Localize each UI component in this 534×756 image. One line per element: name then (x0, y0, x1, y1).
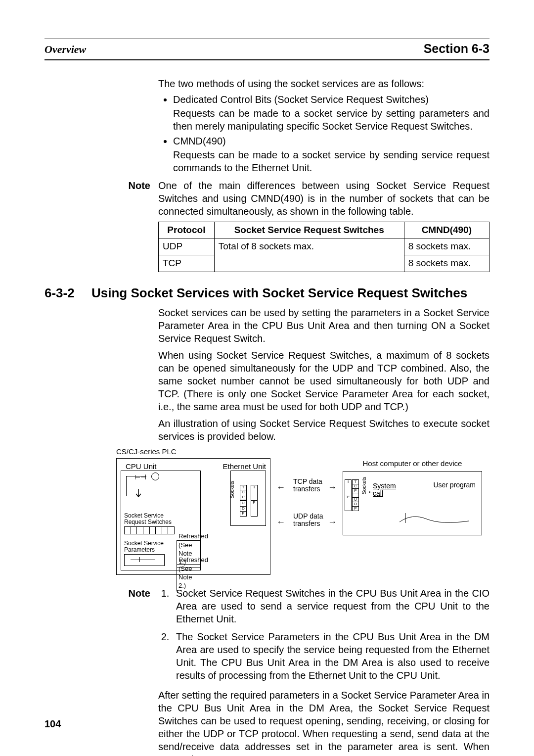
host-label: Host computer or other device (343, 459, 482, 469)
bullet-2-sub: Requests can be made to a socket service… (173, 148, 490, 174)
cpu-unit-box: ⊢⊣ Socket Service Request Switches Socke… (121, 471, 201, 570)
eth-ip-stack: I P (251, 485, 258, 517)
para-4: After setting the required parameters in… (158, 689, 490, 756)
header-left: Overview (44, 43, 86, 57)
header-right: Section 6-3 (424, 41, 490, 57)
heading-title: Using Socket Services with Socket Servic… (91, 285, 467, 302)
th-ssr: Socket Service Request Switches (214, 222, 404, 238)
note-1-label: Note (44, 179, 158, 192)
user-program-label: User program (433, 480, 476, 489)
para-1: Socket services can be used by setting t… (158, 306, 490, 345)
left-arrow-icon: ← (276, 482, 285, 493)
bitrow-icon (124, 526, 175, 534)
sockets-label-1: Sockets (229, 480, 235, 498)
bullet-2: CMND(490) Requests can be made to a sock… (173, 135, 490, 174)
th-protocol: Protocol (159, 222, 215, 238)
note-2-item-2: The Socket Service Parameters in the CPU… (172, 630, 490, 682)
tcp-transfer-label: TCP data transfers (293, 478, 322, 493)
ethernet-unit-box: Sockets T C P U D P I P (230, 471, 266, 526)
ladder-icon: ⊢⊣ (126, 476, 161, 496)
heading-number: 6-3-2 (44, 285, 91, 302)
bullet-1-title: Dedicated Control Bits (Socket Service R… (173, 94, 429, 105)
cell-tcp: TCP (159, 255, 215, 272)
eth-socket-stack: T C P U D P (240, 485, 247, 517)
note-1-body: One of the main differences between usin… (158, 179, 490, 218)
right-arrow-icon: → (328, 517, 337, 528)
bullet-list: Dedicated Control Bits (Socket Service R… (158, 93, 490, 174)
udp-transfer-label: UDP data transfers (293, 513, 323, 528)
refreshed-2: Refreshed (178, 556, 208, 565)
bullet-1-sub: Requests can be made to a socket service… (173, 107, 490, 133)
refreshed-1: Refreshed (178, 532, 208, 541)
host-socket-stack: T C P U D P (352, 479, 359, 511)
host-box: Host computer or other device Sockets T … (343, 471, 482, 535)
cell-tcp-cmnd: 8 sockets max. (404, 255, 489, 272)
system-call-label: System call (373, 482, 396, 498)
down-arrow-icon (135, 489, 142, 502)
transfer-column: ← → ← → TCP data transfers UDP data tran… (279, 458, 334, 574)
note-2-list: Socket Service Request Switches in the C… (158, 587, 490, 687)
bullet-1: Dedicated Control Bits (Socket Service R… (173, 93, 490, 133)
intro-text: The two methods of using the socket serv… (158, 77, 490, 90)
program-wave-icon (400, 511, 469, 526)
left-arrow-icon: ← (276, 517, 285, 528)
ssr-switches-label: Socket Service Request Switches (124, 513, 172, 525)
heading-6-3-2: 6-3-2 Using Socket Services with Socket … (44, 285, 490, 302)
cell-ssr-merged: Total of 8 sockets max. (214, 238, 404, 272)
note-2-item-1: Socket Service Request Switches in the C… (172, 587, 490, 625)
note-1-row: Note One of the main differences between… (44, 179, 490, 218)
arrow-icon: ← (367, 486, 376, 498)
plc-label: CS/CJ-series PLC (116, 447, 490, 457)
see-note-2: (See Note 2.) (177, 564, 200, 591)
table-row: UDP Total of 8 sockets max. 8 sockets ma… (159, 238, 490, 255)
cpu-unit-label: CPU Unit (126, 462, 157, 472)
note-2-row: Note Socket Service Request Switches in … (44, 587, 490, 687)
para-2: When using Socket Service Request Switch… (158, 349, 490, 413)
para-3: An illustration of using Socket Service … (158, 417, 490, 443)
plc-box: CPU Unit Ethernet Unit ⊢⊣ Socket Service… (116, 458, 270, 575)
ssp-label: Socket Service Parameters (124, 540, 164, 553)
param-box-icon (124, 554, 165, 566)
cell-udp: UDP (159, 238, 215, 255)
right-arrow-icon: → (328, 482, 337, 493)
cell-udp-cmnd: 8 sockets max. (404, 238, 489, 255)
protocol-table: Protocol Socket Service Request Switches… (158, 222, 490, 272)
host-ip-stack: I P (345, 479, 352, 511)
bullet-2-title: CMND(490) (173, 136, 226, 146)
note-2-label: Note (44, 587, 158, 600)
diagram: CS/CJ-series PLC CPU Unit Ethernet Unit … (116, 447, 490, 575)
page-number: 104 (44, 717, 61, 730)
page-header: Overview Section 6-3 (44, 39, 490, 60)
ethernet-unit-label: Ethernet Unit (222, 462, 266, 472)
th-cmnd: CMND(490) (404, 222, 489, 238)
